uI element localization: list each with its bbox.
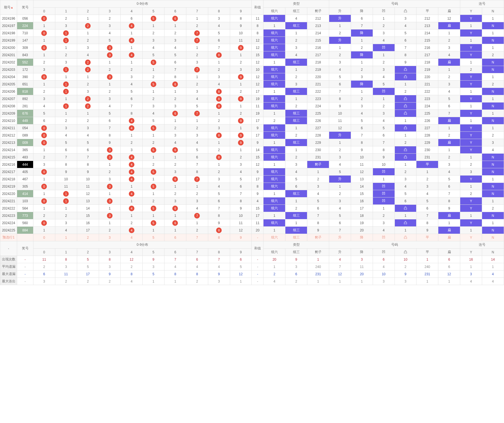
dist-cell: 3 (164, 37, 186, 44)
stat-cell: 20 (264, 256, 285, 263)
stat-cell: 240 (307, 263, 329, 270)
period-cell: 2024217 (0, 168, 17, 176)
type-cell: 组三 (285, 212, 307, 219)
num-cell: 升 (329, 132, 351, 139)
award-cell: 147 (17, 37, 33, 44)
dist-cell: 4 (121, 117, 143, 124)
stat-cell: 4 (164, 263, 186, 270)
award-cell: 843 (17, 51, 33, 59)
con-cell: 2 (482, 81, 504, 88)
award-cell: 773 (17, 212, 33, 219)
dist-cell: 1 (99, 59, 121, 66)
footer-type: 类型 (264, 241, 329, 249)
dist-cell: 2 (186, 190, 208, 197)
header-period[interactable]: 期号▲ (0, 0, 17, 15)
header-num-col: 凸 (395, 8, 416, 15)
num-cell: 1 (373, 95, 395, 103)
num-cell: 4 (395, 22, 416, 29)
predict-cell: 1 (55, 234, 77, 241)
dist-cell: 2 (143, 161, 164, 168)
type-cell: 2 (285, 132, 307, 139)
dist-cell: 9 (230, 44, 252, 51)
dist-cell: 5 (143, 205, 164, 212)
period-cell: 2024198 (0, 29, 17, 37)
period-cell: 2024208 (0, 103, 17, 110)
dist-cell: 8 (208, 88, 230, 95)
dist-cell: 12 (230, 227, 252, 234)
stat-row: 最大遗漏-6111798588912-2623112201092311234 (0, 270, 504, 278)
table-row: 20242068182132511382171组三22271凹222241N (0, 88, 504, 95)
con-cell: 2 (460, 66, 482, 73)
table-row: 20242096765115846712191组三2251043凸2257Y1 (0, 110, 504, 117)
num-cell: 3 (351, 103, 373, 110)
stat-cell: 1 (438, 278, 460, 285)
dist-cell: 1 (33, 22, 55, 29)
dist-cell: 6 (164, 146, 186, 154)
dist-cell: 6 (164, 81, 186, 88)
header-num: 号码 (329, 0, 460, 8)
con-cell: 1 (460, 88, 482, 95)
dist-cell: 4 (77, 132, 99, 139)
footer-dist: 0-9分布 (33, 241, 252, 249)
dist-cell: 2 (230, 88, 252, 95)
num-cell: 222 (416, 88, 438, 95)
num-cell: 3 (373, 219, 395, 227)
dist-cell: 0 (33, 29, 55, 37)
header-num-col: 降 (351, 8, 373, 15)
con-cell: 1 (482, 219, 504, 227)
type-cell: 组六 (264, 51, 285, 59)
num-cell: 2 (329, 146, 351, 154)
con-cell: Y (460, 81, 482, 88)
stat-cell: 11 (55, 270, 77, 278)
dist-cell: 1 (208, 161, 230, 168)
con-cell: 3 (460, 168, 482, 176)
sum-cell: 19 (252, 95, 264, 103)
num-cell: 1 (329, 183, 351, 190)
type-cell: 1 (285, 219, 307, 227)
stat-cell: 2 (186, 278, 208, 285)
num-cell: 5 (373, 81, 395, 88)
con-cell: N (482, 161, 504, 168)
stat-cell: 2 (395, 263, 416, 270)
dist-cell: 13 (77, 197, 99, 205)
type-cell: 5 (285, 176, 307, 183)
dist-cell: 15 (77, 212, 99, 219)
sum-cell: 15 (252, 51, 264, 59)
header-type-col: 组六 (264, 249, 285, 256)
stat-cell: 6 (373, 256, 395, 263)
stat-cell: 4 (186, 263, 208, 270)
type-cell: 1 (285, 124, 307, 132)
con-cell: N (482, 154, 504, 161)
dist-cell: 2 (33, 88, 55, 95)
header-con-col: Y (460, 249, 482, 256)
dist-cell: 2 (77, 59, 99, 66)
num-cell: 5 (416, 197, 438, 205)
dist-cell: 7 (164, 66, 186, 73)
table-foot-head: - 奖号 0-9分布 和值 类型 号码 连号 0123456789组六组三豹子升… (0, 241, 504, 256)
header-num-col: 扁 (438, 8, 460, 15)
dist-cell: 8 (208, 212, 230, 219)
dist-cell: 0 (33, 124, 55, 132)
period-cell: 2024218 (0, 176, 17, 183)
dist-cell: 11 (55, 183, 77, 190)
dist-cell: 3 (186, 59, 208, 66)
dist-cell: 4 (121, 176, 143, 183)
predict-body: 预选行10123456789-组六组三豹子升降凹凸平扁YN (0, 234, 504, 241)
stat-cell: 1 (143, 278, 164, 285)
type-cell: 4 (285, 51, 307, 59)
dist-cell: 1 (99, 205, 121, 212)
dist-cell: 9 (208, 219, 230, 227)
num-cell: 降 (351, 81, 373, 88)
num-cell: 2 (373, 59, 395, 66)
con-cell: N (482, 212, 504, 219)
dist-cell: 1 (186, 117, 208, 124)
period-cell: 2024203 (0, 66, 17, 73)
num-cell: 凸 (395, 103, 416, 110)
dist-cell: 7 (186, 29, 208, 37)
stat-cell: 3 (99, 263, 121, 270)
footer-num: 号码 (329, 241, 460, 249)
dist-cell: 2 (164, 95, 186, 103)
predict-cell: 凸 (395, 234, 416, 241)
type-cell: 组六 (264, 132, 285, 139)
num-cell: 升 (329, 15, 351, 22)
